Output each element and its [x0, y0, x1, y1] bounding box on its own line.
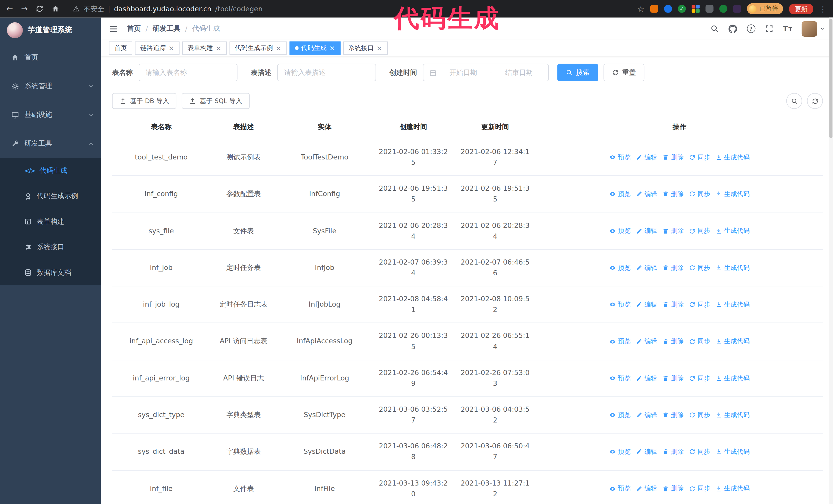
- scrollbar-thumb[interactable]: [829, 19, 832, 138]
- preview-link[interactable]: 预览: [609, 226, 630, 236]
- edit-link[interactable]: 编辑: [636, 447, 657, 457]
- db-import-button[interactable]: 基于 DB 导入: [112, 93, 176, 109]
- generate-code-link[interactable]: 生成代码: [716, 410, 750, 420]
- sync-link[interactable]: 同步: [689, 484, 710, 494]
- breadcrumb-item[interactable]: 首页: [127, 24, 141, 33]
- delete-link[interactable]: 删除: [663, 447, 684, 457]
- sync-link[interactable]: 同步: [689, 152, 710, 163]
- generate-code-link[interactable]: 生成代码: [716, 300, 750, 310]
- search-icon[interactable]: [710, 24, 718, 33]
- refresh-table-button[interactable]: [807, 93, 823, 109]
- extension-icon[interactable]: [650, 5, 658, 13]
- generate-code-link[interactable]: 生成代码: [716, 226, 750, 236]
- generate-code-link[interactable]: 生成代码: [716, 337, 750, 346]
- sidebar-item-dev-tools[interactable]: 研发工具: [0, 129, 101, 158]
- preview-link[interactable]: 预览: [609, 300, 630, 310]
- delete-link[interactable]: 删除: [663, 226, 684, 236]
- bookmark-star-icon[interactable]: ☆: [637, 4, 644, 14]
- tab-tracing[interactable]: 链路追踪×: [135, 41, 180, 55]
- edit-link[interactable]: 编辑: [636, 410, 657, 420]
- sidebar-item-db-doc[interactable]: 数据库文档: [0, 260, 101, 285]
- browser-menu-icon[interactable]: ⋮: [819, 5, 827, 13]
- fullscreen-icon[interactable]: [765, 24, 773, 33]
- scrollbar[interactable]: [829, 18, 833, 504]
- generate-code-link[interactable]: 生成代码: [716, 189, 750, 199]
- table-name-input[interactable]: [139, 64, 238, 81]
- tab-home[interactable]: 首页: [109, 41, 132, 55]
- delete-link[interactable]: 删除: [663, 152, 684, 163]
- delete-link[interactable]: 删除: [663, 337, 684, 346]
- sidebar-item-system-management[interactable]: 系统管理: [0, 72, 101, 100]
- sync-link[interactable]: 同步: [689, 263, 710, 273]
- close-icon[interactable]: ×: [168, 44, 174, 51]
- generate-code-link[interactable]: 生成代码: [716, 447, 750, 457]
- extension-icon[interactable]: [706, 5, 714, 13]
- generate-code-link[interactable]: 生成代码: [716, 152, 750, 163]
- preview-link[interactable]: 预览: [609, 484, 630, 494]
- reload-icon[interactable]: [35, 5, 44, 13]
- toggle-search-button[interactable]: [786, 93, 802, 109]
- extension-icon[interactable]: [664, 5, 672, 13]
- create-time-range-picker[interactable]: 开始日期 - 结束日期: [423, 64, 549, 81]
- generate-code-link[interactable]: 生成代码: [716, 484, 750, 494]
- extension-icon[interactable]: [719, 5, 727, 13]
- delete-link[interactable]: 删除: [663, 263, 684, 273]
- sidebar-item-home[interactable]: 首页: [0, 43, 101, 72]
- hamburger-icon[interactable]: [109, 24, 118, 33]
- delete-link[interactable]: 删除: [663, 373, 684, 383]
- user-menu[interactable]: [802, 21, 825, 37]
- edit-link[interactable]: 编辑: [636, 263, 657, 273]
- edit-link[interactable]: 编辑: [636, 484, 657, 494]
- help-icon[interactable]: ?: [747, 24, 755, 33]
- breadcrumb-item[interactable]: 研发工具: [153, 24, 181, 33]
- sync-link[interactable]: 同步: [689, 189, 710, 199]
- edit-link[interactable]: 编辑: [636, 189, 657, 199]
- edit-link[interactable]: 编辑: [636, 300, 657, 310]
- search-button[interactable]: 搜索: [557, 64, 598, 81]
- close-icon[interactable]: ×: [329, 44, 335, 51]
- address-bar[interactable]: 不安全 | dashboard.yudao.iocoder.cn/tool/co…: [73, 4, 262, 14]
- back-icon[interactable]: ←: [6, 5, 13, 13]
- delete-link[interactable]: 删除: [663, 189, 684, 199]
- tab-codegen-example[interactable]: 代码生成示例×: [230, 41, 287, 55]
- chrome-update-button[interactable]: 更新: [789, 3, 813, 14]
- table-desc-input[interactable]: [277, 64, 376, 81]
- edit-link[interactable]: 编辑: [636, 226, 657, 236]
- delete-link[interactable]: 删除: [663, 410, 684, 420]
- sidebar-item-infrastructure[interactable]: 基础设施: [0, 100, 101, 129]
- generate-code-link[interactable]: 生成代码: [716, 373, 750, 383]
- preview-link[interactable]: 预览: [609, 410, 630, 420]
- preview-link[interactable]: 预览: [609, 447, 630, 457]
- delete-link[interactable]: 删除: [663, 484, 684, 494]
- profile-paused-badge[interactable]: 已暂停: [747, 3, 783, 14]
- extension-icon[interactable]: [692, 5, 700, 13]
- preview-link[interactable]: 预览: [609, 189, 630, 199]
- sidebar-item-form-builder[interactable]: 表单构建: [0, 209, 101, 234]
- close-icon[interactable]: ×: [276, 44, 281, 51]
- sync-link[interactable]: 同步: [689, 226, 710, 236]
- edit-link[interactable]: 编辑: [636, 373, 657, 383]
- sidebar-item-system-api[interactable]: 系统接口: [0, 234, 101, 260]
- sync-link[interactable]: 同步: [689, 410, 710, 420]
- edit-link[interactable]: 编辑: [636, 337, 657, 346]
- font-size-icon[interactable]: TT: [783, 24, 792, 33]
- generate-code-link[interactable]: 生成代码: [716, 263, 750, 273]
- sync-link[interactable]: 同步: [689, 373, 710, 383]
- close-icon[interactable]: ×: [377, 44, 382, 51]
- tab-system-api[interactable]: 系统接口×: [343, 41, 387, 55]
- github-icon[interactable]: [728, 24, 737, 33]
- sync-link[interactable]: 同步: [689, 337, 710, 346]
- sync-link[interactable]: 同步: [689, 447, 710, 457]
- preview-link[interactable]: 预览: [609, 337, 630, 346]
- app-logo[interactable]: 芋道管理系统: [0, 18, 101, 43]
- home-icon[interactable]: [51, 5, 60, 13]
- forward-icon[interactable]: →: [21, 5, 28, 13]
- sql-import-button[interactable]: 基于 SQL 导入: [182, 93, 249, 109]
- edit-link[interactable]: 编辑: [636, 152, 657, 163]
- reset-button[interactable]: 重置: [603, 64, 645, 81]
- preview-link[interactable]: 预览: [609, 152, 630, 163]
- sidebar-item-codegen-example[interactable]: 代码生成示例: [0, 183, 101, 209]
- delete-link[interactable]: 删除: [663, 300, 684, 310]
- extension-icon[interactable]: [733, 5, 741, 13]
- preview-link[interactable]: 预览: [609, 263, 630, 273]
